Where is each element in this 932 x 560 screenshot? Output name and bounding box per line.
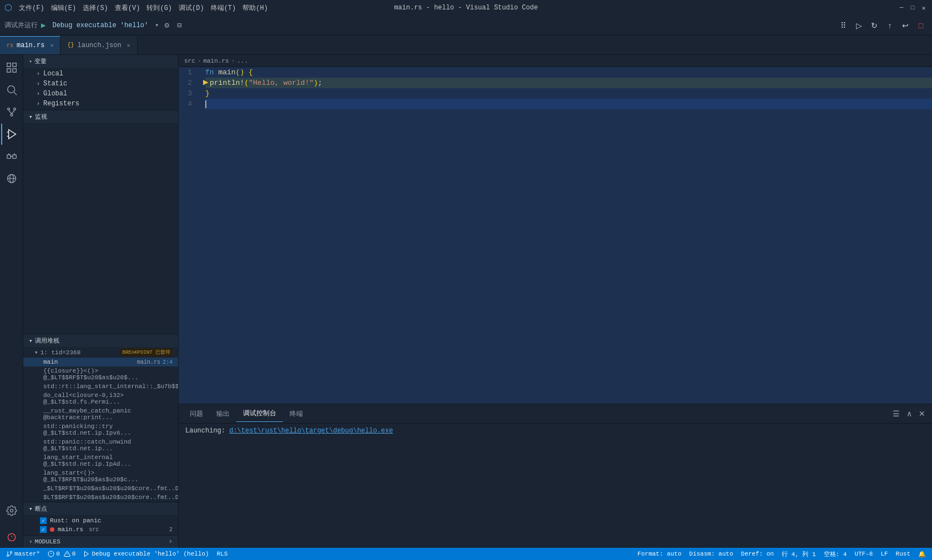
panel-exe-link[interactable]: d:\test\rust\hello\target\debug\hello.ex…: [229, 427, 393, 435]
status-disasm[interactable]: Disasm: auto: [687, 551, 735, 557]
var-static-label: Static: [43, 80, 67, 88]
panel-launching-text: Launching:: [185, 427, 229, 435]
callstack-sub-3[interactable]: __rust_maybe_catch_panic @backtrace:prin…: [23, 406, 178, 422]
status-branch[interactable]: master*: [4, 551, 42, 557]
status-encoding[interactable]: UTF-8: [853, 551, 874, 557]
debug-settings-btn[interactable]: ⚙: [163, 21, 171, 30]
panel-expand-btn[interactable]: ∧: [904, 408, 914, 419]
close-button[interactable]: ✕: [920, 4, 928, 12]
var-local[interactable]: › Local: [23, 69, 178, 79]
callstack-sub-7[interactable]: lang_start<()> @_$LT$RF$T$u20$as$u20$c..…: [23, 469, 178, 484]
status-errors-count: 0: [56, 551, 60, 557]
callstack-sub-0[interactable]: {{closure}}<()> @_$LT$$RF$T$u20$as$u20$.…: [23, 366, 178, 382]
panel-list-btn[interactable]: ☰: [890, 408, 902, 419]
modules-header[interactable]: › MODULES ›: [23, 536, 178, 548]
var-static[interactable]: › Static: [23, 79, 178, 89]
panel-tab-output[interactable]: 输出: [210, 406, 236, 422]
tab-main-rs[interactable]: rs main.rs ✕: [0, 36, 60, 54]
status-spaces[interactable]: 空格: 4: [822, 550, 849, 558]
var-registers[interactable]: › Registers: [23, 99, 178, 109]
callstack-header[interactable]: ▾ 调用堆栈: [23, 334, 178, 347]
menu-help[interactable]: 帮助(H): [242, 3, 268, 13]
activity-error-status[interactable]: [1, 527, 22, 548]
callstack-sub-8[interactable]: _$LT$RF$T$u20$as$u20$u20$core..fmt..Debu…: [23, 484, 178, 493]
callstack-sub-6[interactable]: lang_start_internal @_$LT$std.net.ip.IpA…: [23, 453, 178, 469]
tab-launch-json[interactable]: {} launch.json ✕: [60, 36, 137, 54]
debug-play-icon[interactable]: ▶: [41, 21, 45, 30]
status-language[interactable]: Rust: [894, 551, 912, 557]
bp-main-rs-tag: src: [89, 527, 99, 533]
watch-section-header[interactable]: ▾ 监视: [23, 110, 178, 123]
activity-remote[interactable]: [1, 168, 22, 189]
bp-rust-panic-checkbox[interactable]: ✓: [40, 517, 47, 524]
debug-split-btn[interactable]: ⊟: [175, 21, 184, 30]
debug-stop-button[interactable]: □: [914, 19, 928, 32]
menu-select[interactable]: 选择(S): [83, 3, 108, 13]
menu-terminal[interactable]: 终端(T): [211, 3, 236, 13]
status-line-ending[interactable]: LF: [879, 551, 889, 557]
breakpoints-header[interactable]: ▾ 断点: [23, 502, 178, 515]
debug-stepout-button[interactable]: ↑: [883, 19, 896, 32]
debug-exec-label[interactable]: Debug executable 'hello': [49, 21, 151, 30]
activity-scm[interactable]: [1, 101, 22, 123]
activity-extensions[interactable]: [1, 146, 22, 167]
menu-file[interactable]: 文件(F): [19, 3, 44, 13]
maximize-button[interactable]: □: [909, 4, 916, 12]
breadcrumb: src › main.rs › ...: [179, 55, 932, 67]
bp-rust-panic[interactable]: ✓ Rust: on panic: [23, 516, 178, 525]
menu-debug[interactable]: 调试(D): [179, 3, 204, 13]
status-debug-label: Debug executable 'hello' (hello): [92, 551, 209, 557]
callstack-sub-2[interactable]: do_call<closure-0,i32> @_$LT$std.fs.Perm…: [23, 391, 178, 406]
bell-icon: 🔔: [918, 551, 926, 558]
var-global[interactable]: › Global: [23, 89, 178, 99]
tab-launch-json-close[interactable]: ✕: [127, 42, 130, 49]
editor-area: src › main.rs › ... 1 2 3 4 fn main() { …: [179, 55, 932, 548]
bp-main-rs-checkbox[interactable]: ✓: [40, 526, 47, 533]
debug-stepinto-button[interactable]: ↻: [868, 19, 881, 32]
activity-search[interactable]: [1, 79, 22, 100]
tab-main-rs-close[interactable]: ✕: [50, 42, 53, 49]
callstack-frame-main[interactable]: main main.rs 2:4: [23, 358, 178, 366]
debug-stepover-button[interactable]: ▷: [852, 19, 865, 32]
tab-rs-icon: rs: [7, 43, 13, 49]
status-encoding-label: UTF-8: [854, 551, 873, 557]
code-line-1-text: fn main() {: [205, 67, 253, 78]
code-editor[interactable]: 1 2 3 4 fn main() { ▶ println!("Hello, w…: [179, 67, 932, 404]
activity-debug[interactable]: 0: [1, 124, 22, 145]
variables-section-header[interactable]: ▾ 变量: [23, 55, 178, 68]
callstack-sub-5[interactable]: std::panic::catch_unwind @_$LT$std.net.i…: [23, 437, 178, 453]
callstack-thread[interactable]: ▾ 1: tid=2368 BREAKPOINT 已暂停: [23, 347, 178, 358]
callstack-sub-4[interactable]: std::panicking::try @_$LT$std.net.ip.Ipv…: [23, 422, 178, 437]
panel-tab-debug[interactable]: 调试控制台: [236, 405, 283, 422]
status-format[interactable]: Format: auto: [636, 551, 683, 557]
bc-mainrs: main.rs: [203, 58, 229, 64]
minimize-button[interactable]: ─: [898, 4, 905, 12]
panel-close-btn[interactable]: ✕: [916, 408, 928, 419]
code-content[interactable]: fn main() { ▶ println!("Hello, world!");…: [201, 67, 932, 404]
status-notifications[interactable]: 🔔: [916, 551, 928, 558]
debug-exec-chevron[interactable]: ▾: [155, 21, 159, 29]
menu-goto[interactable]: 转到(G): [146, 3, 172, 13]
menu-edit[interactable]: 编辑(E): [51, 3, 77, 13]
panel-tab-problems[interactable]: 问题: [183, 406, 210, 422]
status-position[interactable]: 行 4, 列 1: [780, 550, 818, 558]
debug-continue-button[interactable]: ⠿: [837, 19, 850, 32]
panel-tab-terminal[interactable]: 终端: [283, 406, 310, 422]
status-deref[interactable]: Deref: on: [739, 551, 776, 557]
variables-chevron: ▾: [29, 58, 32, 65]
modules-expand[interactable]: ›: [169, 538, 173, 546]
frame-main-line: 2:4: [163, 359, 173, 365]
callstack-sub-9[interactable]: $LT$$RF$T$u20$as$u20$u20$core..fmt..Debu…: [23, 493, 178, 502]
watch-label: 监视: [35, 113, 47, 121]
status-errors[interactable]: 0 0: [46, 551, 77, 557]
menu-view[interactable]: 查看(V): [115, 3, 140, 13]
bc-sep2: ›: [231, 58, 235, 64]
bp-main-rs-dot: [50, 527, 54, 532]
callstack-sub-1[interactable]: std::rt::lang_start_internal::_$u7b$$u7b…: [23, 382, 178, 391]
activity-settings[interactable]: [1, 500, 22, 521]
activity-explorer[interactable]: [1, 57, 22, 78]
bp-main-rs[interactable]: ✓ main.rs src 2: [23, 525, 178, 534]
debug-restart-button[interactable]: ↩: [899, 19, 912, 32]
status-rls[interactable]: RLS: [215, 551, 230, 557]
status-debug[interactable]: Debug executable 'hello' (hello): [82, 551, 210, 557]
